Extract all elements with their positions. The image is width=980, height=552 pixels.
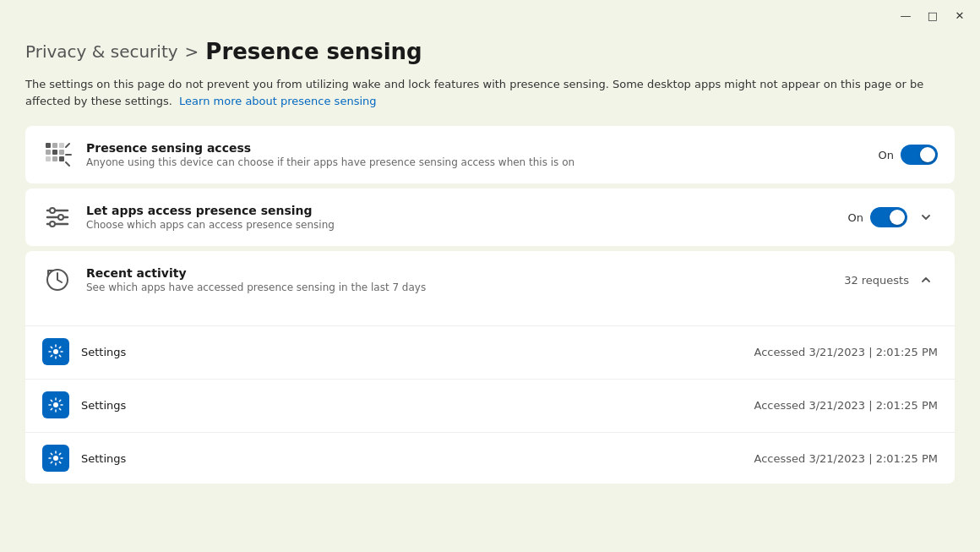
let-apps-expand-button[interactable] <box>914 205 938 229</box>
presence-sensing-access-title: Presence sensing access <box>86 141 865 155</box>
settings-window: — □ ✕ Privacy & security > Presence sens… <box>0 0 980 552</box>
let-apps-title: Let apps access presence sensing <box>86 204 835 217</box>
let-apps-icon <box>42 202 73 232</box>
settings-app-icon-3 <box>42 445 69 472</box>
svg-point-15 <box>50 208 55 213</box>
svg-point-20 <box>53 402 58 407</box>
description-text: The settings on this page do not prevent… <box>25 78 923 107</box>
presence-sensing-access-text: Presence sensing access Anyone using thi… <box>86 141 865 168</box>
app-name-2: Settings <box>81 399 743 412</box>
let-apps-toggle-label: On <box>848 211 863 224</box>
svg-rect-1 <box>52 143 57 148</box>
presence-sensing-icon <box>42 139 73 170</box>
toggle-knob-2 <box>890 210 905 225</box>
let-apps-card: Let apps access presence sensing Choose … <box>25 189 955 246</box>
recent-activity-collapse-button[interactable] <box>914 268 938 292</box>
svg-point-17 <box>50 221 55 227</box>
presence-sensing-access-subtitle: Anyone using this device can choose if t… <box>86 156 865 168</box>
page-description: The settings on this page do not prevent… <box>25 76 938 109</box>
presence-sensing-access-card: Presence sensing access Anyone using thi… <box>25 126 955 183</box>
svg-rect-6 <box>46 156 51 161</box>
breadcrumb-parent[interactable]: Privacy & security <box>25 41 178 62</box>
maximize-button[interactable]: □ <box>923 5 943 25</box>
close-button[interactable]: ✕ <box>950 5 970 25</box>
app-name-1: Settings <box>81 346 743 358</box>
access-time-3: Accessed 3/21/2023 | 2:01:25 PM <box>754 452 939 465</box>
svg-rect-7 <box>52 156 57 161</box>
svg-line-9 <box>66 144 69 147</box>
recent-activity-card: Recent activity See which apps have acce… <box>25 251 955 484</box>
svg-point-16 <box>58 215 63 220</box>
requests-badge: 32 requests <box>844 268 938 292</box>
activity-row: Settings Accessed 3/21/2023 | 2:01:25 PM <box>25 325 955 377</box>
access-time-1: Accessed 3/21/2023 | 2:01:25 PM <box>754 346 939 358</box>
svg-rect-3 <box>46 150 51 155</box>
svg-line-11 <box>66 162 69 166</box>
minimize-button[interactable]: — <box>896 5 916 25</box>
titlebar: — □ ✕ <box>0 0 980 30</box>
svg-rect-2 <box>59 143 64 148</box>
recent-activity-header: Recent activity See which apps have acce… <box>25 251 955 309</box>
learn-more-link[interactable]: Learn more about presence sensing <box>179 95 376 107</box>
svg-rect-5 <box>59 150 64 155</box>
svg-rect-8 <box>59 156 64 161</box>
let-apps-controls: On <box>848 205 938 229</box>
page-title: Presence sensing <box>205 39 422 64</box>
activity-row: Settings Accessed 3/21/2023 | 2:01:25 PM <box>25 379 955 430</box>
recent-activity-icon <box>42 265 73 295</box>
toggle-track <box>901 145 938 165</box>
app-name-3: Settings <box>81 452 743 465</box>
svg-rect-0 <box>46 143 51 148</box>
let-apps-toggle[interactable] <box>870 207 907 227</box>
recent-activity-subtitle: See which apps have accessed presence se… <box>86 281 830 293</box>
settings-app-icon-1 <box>42 338 69 365</box>
breadcrumb-separator: > <box>185 41 199 62</box>
presence-sensing-toggle-label: On <box>879 149 894 161</box>
svg-point-21 <box>53 456 58 461</box>
presence-sensing-access-controls: On <box>879 145 938 165</box>
toggle-track-2 <box>870 207 907 227</box>
settings-app-icon-2 <box>42 391 69 418</box>
main-content: Privacy & security > Presence sensing Th… <box>0 30 980 552</box>
recent-activity-title: Recent activity <box>86 266 830 280</box>
let-apps-subtitle: Choose which apps can access presence se… <box>86 219 835 231</box>
svg-rect-4 <box>52 150 57 155</box>
presence-sensing-toggle[interactable] <box>901 145 938 165</box>
activity-row: Settings Accessed 3/21/2023 | 2:01:25 PM <box>25 432 955 484</box>
toggle-knob <box>920 147 935 162</box>
let-apps-text: Let apps access presence sensing Choose … <box>86 204 835 231</box>
requests-count: 32 requests <box>844 274 909 287</box>
settings-cards: Presence sensing access Anyone using thi… <box>25 126 955 487</box>
svg-point-19 <box>53 349 58 354</box>
breadcrumb: Privacy & security > Presence sensing <box>25 39 955 64</box>
activity-rows: Settings Accessed 3/21/2023 | 2:01:25 PM… <box>25 325 955 484</box>
access-time-2: Accessed 3/21/2023 | 2:01:25 PM <box>754 399 939 412</box>
recent-activity-text: Recent activity See which apps have acce… <box>86 266 830 293</box>
